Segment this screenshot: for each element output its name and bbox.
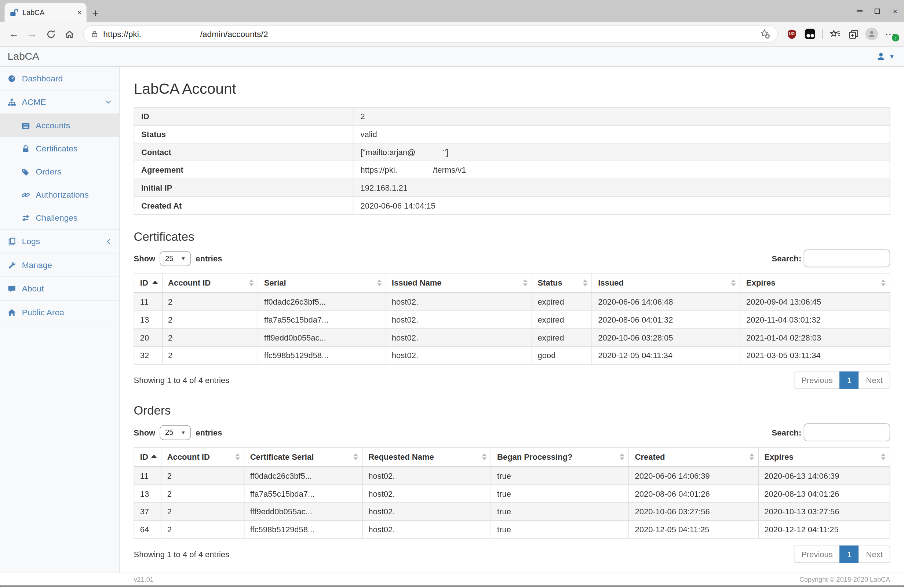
page-footer: v21.01 Copyright © 2018-2020 LabCA [0,572,904,585]
sort-icon [881,454,886,460]
sort-icon [249,279,254,286]
col-created[interactable]: Created [629,447,759,467]
browser-tab[interactable]: LabCA × [5,3,87,22]
account-contact-value: ["mailto:arjan@"] [353,143,890,161]
next-page-button[interactable]: Next [858,545,890,563]
sort-icon [620,454,625,460]
certificates-table: ID Account ID Serial Issued Name Status … [134,273,890,365]
orders-page-size-select[interactable]: 25▼ [160,425,191,440]
window-controls: × [850,0,904,22]
home-button[interactable] [61,29,77,39]
show-label: Show [134,254,156,263]
back-button[interactable]: ← [6,28,22,39]
toolbar-divider [822,29,823,39]
account-ip-label: Initial IP [134,179,353,197]
tab-close-icon[interactable]: × [77,8,82,16]
col-began-processing[interactable]: Began Processing? [491,447,629,467]
certs-page-size-select[interactable]: 25▼ [160,251,191,266]
col-issued[interactable]: Issued [592,273,740,293]
lock-icon [21,144,30,153]
col-issued-name[interactable]: Issued Name [386,273,532,293]
col-account-id[interactable]: Account ID [161,447,244,467]
tachometer-icon [7,74,16,83]
table-row: 322ffc598b5129d58...host02.good2020-12-0… [134,347,890,364]
search-label: Search: [772,428,802,437]
table-row: 112ff0dadc26c3bf5...host02.true2020-06-0… [134,467,890,485]
sort-icon [583,279,588,286]
user-icon [877,52,886,61]
window-maximize-button[interactable] [868,0,887,22]
orders-search-input[interactable] [804,423,890,441]
copy-icon [7,237,16,246]
window-close-button[interactable]: × [886,0,904,22]
sidebar-item-manage[interactable]: Manage [0,253,119,277]
orders-section-title: Orders [134,404,890,418]
window-bottom-edge [0,585,904,587]
sort-icon [353,454,358,460]
page-1-button[interactable]: 1 [840,545,859,563]
account-agreement-label: Agreement [134,161,353,179]
col-expires[interactable]: Expires [759,447,890,467]
col-status[interactable]: Status [532,273,592,293]
chevron-down-icon: ▼ [181,255,186,262]
orders-table-info: Showing 1 to 4 of 4 entries [134,550,230,559]
previous-page-button[interactable]: Previous [794,545,840,563]
col-requested-name[interactable]: Requested Name [362,447,491,467]
account-status-value: valid [353,125,890,143]
account-ip-value: 192.168.1.21 [353,179,890,197]
chevron-down-icon: ▼ [181,430,186,435]
browser-menu-button[interactable]: ⋯ ↑ [882,25,898,43]
forward-button[interactable]: → [24,28,40,39]
ublock-extension-icon[interactable]: UO [784,25,800,43]
user-menu[interactable]: ▼ [877,52,895,61]
chevron-down-icon: ▼ [889,53,895,59]
certs-search-input[interactable] [804,249,890,267]
sort-icon [482,454,487,460]
new-tab-button[interactable]: + [92,7,98,18]
entries-label: entries [196,254,222,263]
url-bar[interactable]: https://pki. /admin/accounts/2 [83,25,778,43]
next-page-button[interactable]: Next [858,372,890,389]
page-1-button[interactable]: 1 [840,372,859,389]
account-agreement-value: https://pki./terms/v1 [353,161,890,179]
sidebar-item-accounts[interactable]: Accounts [0,114,119,137]
col-id[interactable]: ID [134,273,162,293]
sidebar-item-challenges[interactable]: Challenges [0,207,119,230]
bookmark-add-star-icon[interactable] [760,29,770,39]
window-minimize-button[interactable] [850,0,868,22]
sidebar-item-logs[interactable]: Logs [0,230,119,253]
sidebar-item-public-area[interactable]: Public Area [0,301,119,324]
col-serial[interactable]: Serial [258,273,386,293]
sidebar-item-acme[interactable]: ACME [0,91,119,114]
sort-icon [731,279,736,286]
chevron-down-icon [105,99,112,106]
orders-pagination: Previous 1 Next [794,545,890,563]
profile-avatar[interactable] [864,25,880,43]
wrench-icon [7,261,16,270]
refresh-button[interactable] [43,29,59,39]
sort-icon [235,454,240,460]
search-label: Search: [772,254,802,263]
col-certificate-serial[interactable]: Certificate Serial [244,447,362,467]
table-row: 202fff9edd0b055ac...host02.expired2020-1… [134,329,890,347]
sidebar-item-orders[interactable]: Orders [0,160,119,183]
sidebar-item-certificates[interactable]: Certificates [0,137,119,160]
sidebar-item-authorizations[interactable]: Authorizations [0,183,119,207]
chevron-left-icon [106,238,112,244]
table-row: Contact ["mailto:arjan@"] [134,143,890,161]
account-created-label: Created At [134,197,353,215]
favorites-star-icon[interactable] [827,25,843,43]
table-row: 642ffc598b5129d58...host02.true2020-12-0… [134,520,890,539]
previous-page-button[interactable]: Previous [794,372,840,389]
update-badge-icon: ↑ [892,34,899,41]
col-account-id[interactable]: Account ID [162,273,258,293]
col-id[interactable]: ID [134,447,161,467]
dark-extension-icon[interactable] [802,25,818,43]
col-expires[interactable]: Expires [740,273,890,293]
collections-icon[interactable] [845,25,861,43]
table-row: 112ff0dadc26c3bf5...host02.expired2020-0… [134,293,890,311]
lock-icon [91,30,99,38]
table-row: Created At 2020-06-06 14:04:15 [134,197,890,215]
sidebar-item-about[interactable]: About [0,277,119,301]
sidebar-item-dashboard[interactable]: Dashboard [0,67,119,90]
